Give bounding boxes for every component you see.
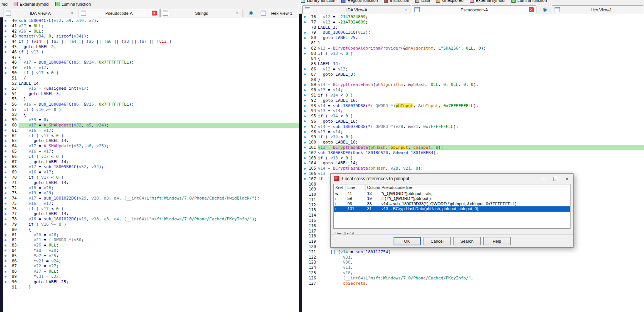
tab-ida-view-a[interactable]: IDA View-A× (302, 5, 411, 14)
code-line-82[interactable]: 82 v21 = (_DWORD *)v30; (3, 237, 299, 243)
code-line-57[interactable]: 57 if ( v16 >= 0 ) (3, 107, 299, 112)
token-v[interactable]: v16 (23, 102, 31, 107)
code-line-122[interactable]: 122 v31, (302, 255, 644, 260)
token-v[interactable]: v13 (318, 129, 325, 134)
token-v[interactable]: v14 (330, 93, 338, 98)
token-v[interactable]: a4 (71, 39, 76, 44)
tab-ida-view-a[interactable]: IDA View-A× (3, 9, 77, 17)
code-line-59[interactable]: 59 v33 = 0; (3, 117, 299, 123)
close-icon[interactable]: × (70, 11, 75, 16)
search-button[interactable]: Search (453, 237, 481, 245)
token-o[interactable]: phAlgorithm (406, 46, 433, 51)
token-oy[interactable]: pbInput (395, 103, 413, 108)
code-line-105[interactable]: 105v14 = BCryptHashData(phHash, v28, v21… (302, 166, 644, 171)
code-line-90[interactable]: 90 goto LABEL_25; (3, 279, 299, 285)
code-line-76[interactable]: 76 v12 = -2147024809; (302, 14, 644, 20)
token-o[interactable]: phHash (370, 166, 386, 171)
token-v[interactable]: v14 (318, 124, 325, 129)
tab-hex-view-1[interactable]: Hex View-1 (552, 5, 643, 14)
token-v[interactable]: v16 (29, 128, 36, 133)
token-v[interactable]: v33 (29, 117, 36, 122)
code-line-56[interactable]: 56 v16 = sub_1800946FC(a6, &v25, 0x7FFFF… (3, 102, 299, 107)
code-line-58[interactable]: 58 { (3, 112, 299, 117)
code-line-79[interactable]: 79 if ( v16 >= 0 ) (3, 222, 299, 227)
token-v[interactable]: v32 (54, 18, 61, 23)
token-v[interactable]: v24 (51, 259, 59, 264)
token-v[interactable]: a3 (104, 217, 109, 222)
token-f[interactable]: sub_1800946FC (39, 60, 71, 65)
xref-row[interactable]: r9333v14 = sub_180079D38(*(_QWORD *)pbIn… (334, 201, 570, 206)
code-line-66[interactable]: 66 if ( v17 < 0 ) (3, 154, 299, 159)
token-v[interactable]: v26 (19, 29, 26, 34)
token-v[interactable]: v16 (29, 201, 36, 206)
token-f[interactable]: sub_180079D38 (333, 103, 366, 108)
token-v[interactable]: a7 (142, 39, 147, 44)
token-v[interactable]: v17 (44, 201, 51, 206)
code-line-67[interactable]: 67 goto LABEL_14; (3, 159, 299, 165)
token-v[interactable]: v17 (39, 65, 46, 70)
token-i[interactable]: BCryptHashData (333, 145, 368, 150)
code-line-44[interactable]: 44if ( !v14 || !a3 || !a4 || !a5 || !a6 … (3, 39, 299, 44)
token-v[interactable]: v11 (343, 265, 350, 270)
token-v[interactable]: v14 (318, 82, 325, 87)
code-line-60[interactable]: 60 v17 = A_SHAUpdate(v32, a5, v24); (3, 123, 299, 128)
token-v[interactable]: v13 (318, 145, 325, 150)
token-v[interactable]: v14 (333, 87, 341, 92)
token-v[interactable]: v27 (34, 269, 41, 274)
token-v[interactable]: v21 (403, 166, 411, 171)
token-o[interactable]: phAlgorithm (375, 82, 403, 87)
code-line-49[interactable]: 49 v16 = v17; (3, 65, 299, 70)
code-line-70[interactable]: 70 if ( v17 < 0 ) (3, 175, 299, 180)
code-line-100[interactable]: 100 goto LABEL_16; (302, 140, 644, 145)
code-line-71[interactable]: 71 goto LABEL_14; (3, 180, 299, 186)
token-v[interactable]: v14 (318, 166, 325, 171)
token-v[interactable]: v14 (333, 129, 341, 134)
code-line-54[interactable]: 54 goto LABEL_3; (3, 91, 299, 97)
token-v[interactable]: v13 (318, 87, 325, 92)
code-line-64[interactable]: 64 v17 = A_SHAUpdate(v32, a6, v25); (3, 144, 299, 149)
token-v[interactable]: v14 (318, 103, 325, 108)
token-v[interactable]: v25 (48, 253, 56, 258)
code-line-65[interactable]: 65 v16 = v17; (3, 149, 299, 154)
token-v[interactable]: v17 (23, 60, 31, 65)
code-line-87[interactable]: 87 goto LABEL_3; (302, 72, 644, 77)
token-v[interactable]: v17 (41, 175, 49, 180)
code-line-97[interactable]: 97v14 = sub_180079D38(*(_QWORD *)v28, &v… (302, 124, 644, 129)
token-v[interactable]: a4 (114, 217, 119, 222)
token-v[interactable]: v31 (36, 274, 44, 279)
token-v[interactable]: v25 (86, 102, 94, 107)
token-v[interactable]: v20 (48, 248, 56, 253)
token-v[interactable]: v18 (91, 217, 99, 222)
code-line-95[interactable]: 95if ( v14 < 0 ) (302, 114, 644, 119)
code-line-63[interactable]: 63 goto LABEL_14; (3, 138, 299, 144)
code-line-77[interactable]: 77 v13 = -2147024809; (302, 20, 644, 25)
code-line-46[interactable]: 46if ( v13 ) (3, 50, 299, 55)
token-v[interactable]: v13 (318, 108, 325, 113)
token-v[interactable]: v28 (395, 124, 403, 129)
code-line-43[interactable]: 43memset(v34, 0, sizeof(v34)); (3, 34, 299, 39)
token-v[interactable]: a5 (89, 39, 94, 44)
token-v[interactable]: v17 (79, 86, 86, 91)
token-f[interactable]: memset (19, 34, 34, 39)
token-o[interactable]: phHash (370, 145, 386, 150)
code-line-89[interactable]: 89 *v31 = v22; (3, 274, 299, 279)
token-v[interactable]: v17 (41, 206, 49, 211)
code-line-86[interactable]: 86 v12 = v13; (302, 67, 644, 72)
code-line-48[interactable]: 48 v17 = sub_1800946FC(a5, &v24, 0x7FFFF… (3, 60, 299, 65)
token-v[interactable]: v21 (411, 124, 418, 129)
code-line-61[interactable]: 61 v16 = v17; (3, 128, 299, 133)
code-line-81[interactable]: 81} (302, 41, 644, 46)
token-f[interactable]: dword_1801ABFB4 (395, 150, 433, 155)
token-v[interactable]: v24 (86, 60, 94, 65)
code-line-93[interactable]: 93v14 = sub_180079D38(*(_QWORD *)pbInput… (302, 103, 644, 109)
code-line-85[interactable]: 85 *a7 = v25; (3, 253, 299, 259)
token-v[interactable]: v17 (44, 128, 51, 133)
token-v[interactable]: v20 (34, 232, 41, 237)
close-icon[interactable]: × (403, 7, 408, 12)
code-line-40[interactable]: 40sub_180094C7C(v32, a9, a10, a2); (3, 18, 299, 23)
token-v[interactable]: a6 (106, 39, 111, 44)
xref-row[interactable]: r10131v13 = BCryptHashData(phHash, pbInp… (334, 206, 570, 211)
token-v[interactable]: a6 (86, 144, 91, 148)
token-v[interactable]: v17 (29, 196, 36, 201)
code-line-78[interactable]: 78 v16 = sub_1801022DC(v19, v18, a3, a4,… (3, 217, 299, 222)
